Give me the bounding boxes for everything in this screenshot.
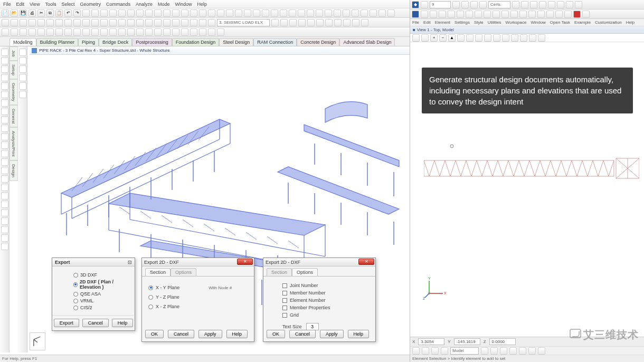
tb-icon[interactable] — [199, 28, 206, 36]
tb-icon[interactable] — [538, 34, 545, 42]
tb-icon[interactable] — [500, 347, 507, 355]
tb-icon[interactable] — [208, 9, 215, 17]
tb-icon[interactable] — [163, 19, 171, 26]
tab-section[interactable]: Section — [145, 268, 171, 276]
tb-new-icon[interactable]: 📄 — [2, 9, 9, 17]
tb-icon[interactable] — [244, 9, 251, 17]
tb-icon[interactable] — [512, 1, 519, 8]
chk-joint-number[interactable] — [282, 283, 287, 288]
tb-icon[interactable] — [431, 347, 439, 355]
vtb-icon[interactable] — [1, 141, 8, 149]
vtb-icon[interactable] — [1, 133, 8, 140]
close-button-icon[interactable]: ✕ — [237, 259, 253, 265]
tb-icon[interactable] — [343, 9, 350, 17]
tb-icon[interactable] — [163, 9, 171, 17]
tb-icon[interactable] — [461, 1, 469, 8]
tb-icon[interactable] — [271, 9, 278, 17]
tb-icon[interactable] — [199, 9, 206, 17]
tb-icon[interactable] — [566, 1, 573, 8]
vtb-icon[interactable] — [1, 150, 8, 157]
tb-icon[interactable] — [511, 34, 518, 42]
cancel-button[interactable]: Cancel — [289, 330, 316, 338]
radio-cis2[interactable] — [73, 306, 78, 310]
tb-icon[interactable] — [548, 1, 555, 8]
tab-options[interactable]: Options — [292, 268, 318, 276]
menu-settings[interactable]: Settings — [454, 20, 470, 25]
tb-icon[interactable] — [181, 9, 188, 17]
tb-icon[interactable] — [289, 19, 297, 26]
tb-icon[interactable] — [298, 9, 305, 17]
tb-icon[interactable] — [509, 347, 517, 355]
side-tab-analysis[interactable]: Analysis/Print — [10, 127, 18, 160]
tb-icon[interactable] — [55, 19, 63, 26]
tb-icon[interactable] — [190, 28, 197, 36]
radio-xz-plane[interactable] — [148, 304, 153, 309]
vtb-icon[interactable] — [1, 108, 8, 115]
tb-icon[interactable] — [519, 11, 527, 18]
tb-icon[interactable] — [325, 19, 333, 26]
tb-icon[interactable] — [127, 28, 135, 36]
tb-icon[interactable] — [145, 9, 153, 17]
menu-tools[interactable]: Tools — [45, 2, 56, 7]
tb-print-icon[interactable]: 🖨 — [29, 9, 36, 17]
tb-icon[interactable] — [118, 9, 126, 17]
tb-icon[interactable] — [11, 19, 18, 26]
tb-icon[interactable] — [378, 9, 386, 17]
seismic-load-dropdown[interactable]: 3. SEISMIC LOAD ELX — [217, 19, 270, 26]
tb-cut-icon[interactable]: ✂ — [37, 9, 45, 17]
tb-icon[interactable] — [262, 9, 269, 17]
tab-section[interactable]: Section — [267, 268, 292, 276]
chk-member-properties[interactable] — [282, 306, 287, 310]
tb-icon[interactable]: ▲ — [448, 34, 456, 42]
vtb-icon[interactable] — [1, 184, 8, 191]
vtb-icon[interactable] — [1, 158, 8, 166]
tb-plus-icon[interactable]: + — [430, 34, 438, 42]
tb-icon[interactable] — [199, 19, 206, 26]
side-tab-design[interactable]: Design — [10, 160, 18, 181]
tb-icon[interactable] — [502, 34, 509, 42]
tb-icon[interactable] — [484, 34, 491, 42]
tb-icon[interactable] — [490, 347, 498, 355]
tb-icon[interactable] — [441, 347, 448, 355]
tb-icon[interactable] — [20, 28, 27, 36]
tab-piping[interactable]: Piping — [78, 38, 99, 46]
tb-icon[interactable] — [217, 9, 224, 17]
tab-bridge-deck[interactable]: Bridge Deck — [99, 38, 132, 46]
drawing-canvas[interactable]: Generate structural design documents aut… — [410, 42, 644, 337]
app-icon[interactable]: ◆ — [412, 1, 419, 8]
tb-icon[interactable] — [452, 1, 460, 8]
tb-icon[interactable] — [575, 1, 582, 8]
help-button[interactable]: Help — [348, 330, 370, 338]
tb-icon[interactable] — [430, 11, 437, 18]
vtb-icon[interactable] — [1, 99, 8, 107]
tb-icon[interactable] — [479, 1, 487, 8]
tb-icon[interactable] — [73, 19, 81, 26]
vtb-icon[interactable] — [1, 57, 8, 64]
tb-icon[interactable] — [100, 9, 108, 17]
ok-button[interactable]: OK — [267, 330, 285, 338]
tb-icon[interactable] — [91, 28, 99, 36]
menu-mode[interactable]: Mode — [158, 2, 170, 7]
menu-commands[interactable]: Commands — [106, 2, 130, 7]
tb-icon[interactable] — [582, 11, 590, 18]
vtb-icon[interactable] — [1, 82, 8, 90]
tb-icon[interactable] — [82, 9, 90, 17]
vtb-icon[interactable] — [19, 57, 26, 64]
tb-icon[interactable] — [55, 28, 63, 36]
tb-icon[interactable] — [235, 9, 242, 17]
tb-icon[interactable] — [484, 11, 491, 18]
tb-icon[interactable] — [136, 19, 144, 26]
tb-icon[interactable] — [271, 19, 279, 26]
menu-help[interactable]: Help — [197, 2, 207, 7]
cancel-button[interactable]: Cancel — [82, 319, 109, 327]
tb-icon[interactable] — [475, 34, 482, 42]
tb-icon[interactable] — [172, 28, 179, 36]
tb-icon[interactable] — [352, 9, 359, 17]
tb-icon[interactable] — [475, 11, 482, 18]
radio-3d-dxf[interactable] — [73, 273, 78, 278]
side-tab-job[interactable]: Job — [10, 46, 18, 61]
side-tab-general[interactable]: General — [10, 105, 18, 127]
tb-icon[interactable] — [64, 28, 72, 36]
tb-icon[interactable] — [343, 19, 351, 26]
tb-icon[interactable] — [557, 1, 564, 8]
